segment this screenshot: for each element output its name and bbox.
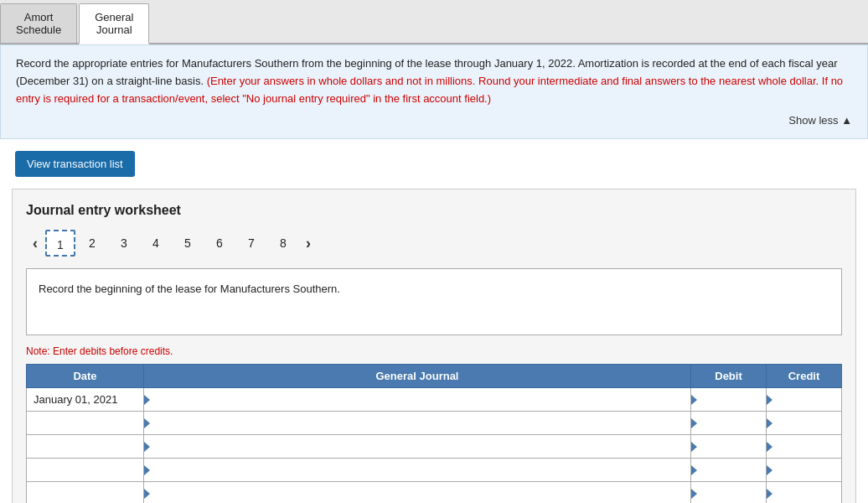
nav-page-7[interactable]: 7 bbox=[236, 230, 266, 257]
nav-page-1[interactable]: 1 bbox=[45, 230, 75, 257]
credit-input-2[interactable] bbox=[767, 412, 841, 434]
table-row: January 01, 2021 bbox=[27, 388, 842, 412]
tab-bar: Amort Schedule General Journal bbox=[0, 0, 868, 44]
nav-page-4[interactable]: 4 bbox=[141, 230, 171, 257]
journal-input-4[interactable] bbox=[144, 459, 690, 481]
table-row bbox=[27, 482, 842, 503]
nav-next-button[interactable]: › bbox=[299, 231, 318, 256]
view-transaction-list-button[interactable]: View transaction list bbox=[15, 151, 135, 177]
entry-description: Record the beginning of the lease for Ma… bbox=[26, 268, 842, 335]
debit-input-2[interactable] bbox=[691, 412, 766, 434]
credit-input-5[interactable] bbox=[767, 482, 841, 503]
debit-input-4[interactable] bbox=[691, 459, 766, 481]
table-row bbox=[27, 412, 842, 435]
nav-page-8[interactable]: 8 bbox=[268, 230, 298, 257]
journal-cell-4[interactable] bbox=[144, 459, 691, 482]
credit-input-1[interactable] bbox=[767, 388, 841, 411]
col-header-general-journal: General Journal bbox=[144, 365, 691, 388]
info-box: Record the appropriate entries for Manuf… bbox=[0, 44, 868, 139]
table-row bbox=[27, 459, 842, 482]
date-cell-2 bbox=[27, 412, 144, 435]
journal-input-1[interactable] bbox=[144, 388, 690, 411]
date-cell-3 bbox=[27, 435, 144, 459]
debit-cell-2[interactable] bbox=[691, 412, 767, 435]
nav-prev-button[interactable]: ‹ bbox=[26, 231, 44, 256]
tab-general-journal[interactable]: General Journal bbox=[79, 3, 149, 44]
debit-cell-3[interactable] bbox=[691, 435, 767, 459]
date-cell-5 bbox=[27, 482, 144, 503]
tab-amort-schedule[interactable]: Amort Schedule bbox=[0, 3, 77, 43]
credit-cell-5[interactable] bbox=[767, 482, 842, 503]
table-row bbox=[27, 435, 842, 459]
debit-input-1[interactable] bbox=[691, 388, 766, 411]
debit-input-3[interactable] bbox=[691, 435, 766, 458]
debit-credit-note: Note: Enter debits before credits. bbox=[26, 345, 842, 357]
journal-cell-5[interactable] bbox=[144, 482, 691, 503]
debit-cell-5[interactable] bbox=[691, 482, 767, 503]
debit-input-5[interactable] bbox=[691, 482, 766, 503]
credit-cell-1[interactable] bbox=[767, 388, 842, 412]
date-cell-4 bbox=[27, 459, 144, 482]
credit-input-4[interactable] bbox=[767, 459, 841, 481]
journal-cell-2[interactable] bbox=[144, 412, 691, 435]
col-header-date: Date bbox=[27, 365, 144, 388]
col-header-credit: Credit bbox=[767, 365, 842, 388]
nav-page-2[interactable]: 2 bbox=[77, 230, 107, 257]
nav-page-6[interactable]: 6 bbox=[204, 230, 235, 257]
credit-cell-4[interactable] bbox=[767, 459, 842, 482]
nav-page-5[interactable]: 5 bbox=[173, 230, 203, 257]
journal-input-2[interactable] bbox=[144, 412, 690, 434]
journal-cell-1[interactable] bbox=[144, 388, 691, 412]
credit-cell-2[interactable] bbox=[767, 412, 842, 435]
show-less-label[interactable]: Show less ▲ bbox=[788, 114, 852, 127]
journal-input-3[interactable] bbox=[144, 435, 690, 458]
journal-input-5[interactable] bbox=[144, 482, 690, 503]
page-navigation: ‹ 1 2 3 4 5 6 7 8 › bbox=[26, 230, 842, 257]
date-cell-1: January 01, 2021 bbox=[27, 388, 144, 412]
credit-cell-3[interactable] bbox=[767, 435, 842, 459]
journal-cell-3[interactable] bbox=[144, 435, 691, 459]
worksheet-title: Journal entry worksheet bbox=[26, 203, 842, 218]
worksheet-container: Journal entry worksheet ‹ 1 2 3 4 5 6 7 … bbox=[12, 189, 856, 503]
col-header-debit: Debit bbox=[691, 365, 767, 388]
debit-cell-1[interactable] bbox=[691, 388, 767, 412]
nav-page-3[interactable]: 3 bbox=[109, 230, 139, 257]
debit-cell-4[interactable] bbox=[691, 459, 767, 482]
journal-table: Date General Journal Debit Credit Januar… bbox=[26, 364, 842, 503]
credit-input-3[interactable] bbox=[767, 435, 841, 458]
